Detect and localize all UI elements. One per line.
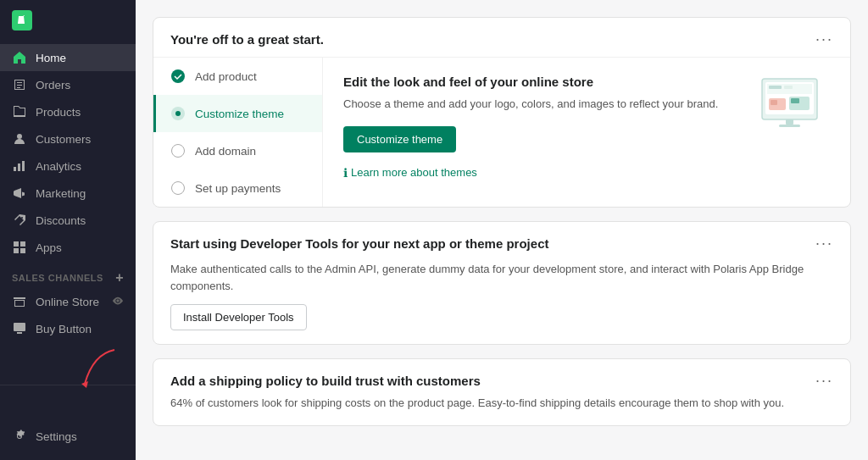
sidebar-item-settings[interactable]: Settings — [0, 423, 136, 450]
orders-icon — [12, 77, 27, 92]
sidebar-item-marketing[interactable]: Marketing — [0, 180, 136, 207]
svg-rect-4 — [14, 241, 19, 247]
svg-point-10 — [171, 69, 185, 83]
dev-tools-card: Start using Developer Tools for your nex… — [153, 221, 851, 345]
sidebar-item-customers[interactable]: Customers — [0, 125, 136, 152]
check-circle-icon — [170, 68, 186, 85]
apps-icon — [12, 240, 27, 255]
arrow-annotation — [68, 346, 127, 396]
eye-icon[interactable] — [112, 295, 124, 309]
shopify-logo-icon — [12, 10, 32, 30]
sidebar-item-orders[interactable]: Orders — [0, 71, 136, 98]
svg-rect-25 — [779, 125, 800, 127]
gs-content-title: Edit the look and feel of your online st… — [343, 75, 737, 89]
home-icon — [12, 50, 27, 65]
shipping-card-body: 64% of customers look for shipping costs… — [153, 388, 850, 425]
sidebar-navigation: Home Orders Products Customers Analytics — [0, 41, 136, 385]
shipping-card-header: Add a shipping policy to build trust wit… — [153, 359, 850, 388]
install-dev-tools-button[interactable]: Install Developer Tools — [170, 304, 307, 330]
svg-rect-1 — [14, 167, 16, 171]
info-icon: ℹ — [343, 166, 348, 180]
gs-steps-container: Add product Customize theme — [153, 57, 850, 207]
svg-rect-21 — [771, 100, 777, 105]
marketing-icon — [12, 186, 27, 201]
svg-point-14 — [172, 182, 185, 195]
svg-rect-6 — [14, 248, 19, 253]
sidebar-footer: Settings — [0, 385, 136, 460]
sidebar-item-products[interactable]: Products — [0, 98, 136, 125]
svg-rect-5 — [20, 241, 25, 247]
sidebar: Home Orders Products Customers Analytics — [0, 0, 136, 460]
analytics-label: Analytics — [36, 160, 81, 173]
online-store-row: Online Store — [12, 294, 124, 309]
settings-icon — [12, 429, 27, 444]
gs-step-customize-theme[interactable]: Customize theme — [153, 95, 322, 132]
learn-more-link[interactable]: ℹ Learn more about themes — [343, 166, 737, 180]
svg-point-12 — [175, 111, 181, 116]
set-up-payments-label: Set up payments — [195, 182, 281, 195]
sales-channels-label: SALES CHANNELS + — [0, 261, 136, 288]
svg-rect-19 — [784, 86, 793, 89]
shipping-card-menu-button[interactable]: ··· — [815, 373, 833, 388]
sidebar-item-home[interactable]: Home — [0, 44, 136, 71]
dev-tools-menu-button[interactable]: ··· — [815, 236, 833, 251]
buy-button-label: Buy Button — [36, 323, 92, 335]
svg-point-0 — [17, 134, 22, 139]
getting-started-card: You're off to a great start. ··· Add pro… — [153, 17, 851, 208]
shipping-card-desc: 64% of customers look for shipping costs… — [170, 395, 833, 412]
analytics-icon — [12, 158, 27, 174]
dev-tools-title: Start using Developer Tools for your nex… — [170, 236, 548, 251]
svg-rect-24 — [786, 119, 793, 125]
dev-tools-body: Make authenticated calls to the Admin AP… — [153, 251, 850, 344]
home-label: Home — [36, 52, 66, 64]
theme-illustration — [754, 75, 830, 142]
sidebar-item-online-store[interactable]: Online Store — [0, 288, 136, 315]
sidebar-item-analytics[interactable]: Analytics — [0, 152, 136, 180]
customize-theme-button[interactable]: Customize theme — [343, 126, 456, 152]
sidebar-item-apps[interactable]: Apps — [0, 234, 136, 261]
gs-steps-list: Add product Customize theme — [153, 58, 323, 207]
discounts-label: Discounts — [36, 214, 86, 227]
svg-rect-23 — [791, 98, 799, 103]
svg-rect-3 — [22, 161, 25, 171]
shipping-policy-card: Add a shipping policy to build trust wit… — [153, 358, 851, 426]
gs-step-set-up-payments[interactable]: Set up payments — [153, 169, 322, 207]
customers-label: Customers — [36, 133, 91, 146]
svg-rect-18 — [769, 86, 782, 89]
getting-started-title: You're off to a great start. — [170, 32, 324, 47]
add-domain-step-icon — [170, 142, 186, 159]
set-up-payments-step-icon — [170, 180, 186, 197]
sidebar-item-buy-button[interactable]: Buy Button — [0, 315, 136, 342]
apps-label: Apps — [36, 241, 62, 254]
main-content: You're off to a great start. ··· Add pro… — [136, 0, 868, 460]
customers-icon — [12, 131, 27, 147]
settings-label: Settings — [36, 430, 77, 443]
svg-rect-7 — [20, 248, 25, 253]
products-icon — [12, 104, 27, 119]
customize-theme-label: Customize theme — [195, 108, 284, 120]
gs-step-add-domain[interactable]: Add domain — [153, 132, 322, 169]
svg-point-13 — [172, 145, 185, 158]
dev-tools-desc: Make authenticated calls to the Admin AP… — [170, 261, 833, 294]
add-channel-button[interactable]: + — [115, 271, 124, 285]
customize-theme-step-icon — [170, 105, 186, 122]
add-product-label: Add product — [195, 70, 257, 83]
svg-rect-8 — [14, 323, 25, 331]
svg-rect-2 — [18, 163, 20, 171]
gs-content-area: Edit the look and feel of your online st… — [323, 58, 850, 207]
gs-step-add-product[interactable]: Add product — [153, 58, 322, 95]
marketing-label: Marketing — [36, 187, 86, 200]
orders-label: Orders — [36, 79, 70, 91]
sidebar-item-discounts[interactable]: Discounts — [0, 207, 136, 234]
online-store-left: Online Store — [12, 294, 99, 309]
discounts-icon — [12, 213, 27, 228]
shipping-card-title: Add a shipping policy to build trust wit… — [170, 374, 481, 388]
products-label: Products — [36, 106, 81, 119]
gs-text-area: Edit the look and feel of your online st… — [343, 75, 737, 190]
buy-button-icon — [12, 321, 27, 336]
online-store-icon — [12, 294, 27, 309]
sidebar-logo — [0, 0, 136, 41]
getting-started-menu-button[interactable]: ··· — [815, 31, 833, 47]
online-store-label: Online Store — [36, 296, 99, 308]
add-domain-label: Add domain — [195, 145, 256, 158]
